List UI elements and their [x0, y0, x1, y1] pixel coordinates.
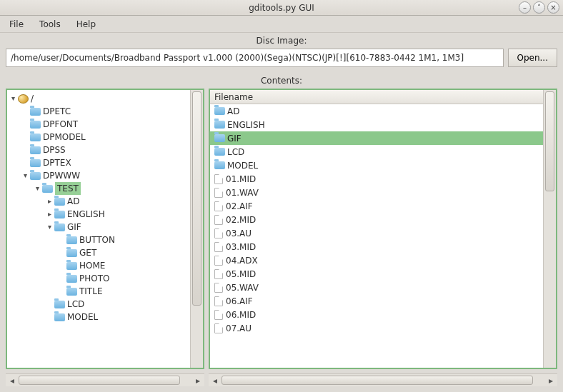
minimize-button[interactable]: –: [519, 1, 531, 14]
window-title: gditools.py GUI: [249, 3, 314, 13]
file-name-label: 03.MID: [226, 242, 256, 252]
tree-item-label: PHOTO: [79, 272, 109, 285]
maximize-button[interactable]: ˄: [533, 1, 545, 14]
disc-icon: [18, 94, 29, 104]
contents-label: Contents:: [0, 73, 563, 89]
folder-icon: [30, 121, 41, 129]
disc-image-input[interactable]: [6, 49, 504, 67]
tree-item[interactable]: LCD: [9, 298, 189, 311]
folder-icon: [54, 301, 65, 308]
tree-item[interactable]: DPSS: [9, 144, 189, 156]
tree-item-label: /: [31, 92, 34, 105]
file-name-label: ENGLISH: [227, 120, 265, 130]
file-row[interactable]: 04.ADX: [210, 253, 543, 267]
folder-icon: [66, 288, 77, 296]
file-icon: [214, 323, 223, 333]
tree-root[interactable]: ▾/: [9, 92, 189, 105]
tree-item[interactable]: DPFONT: [9, 118, 189, 131]
file-name-label: LCD: [227, 147, 244, 157]
file-row[interactable]: 02.MID: [210, 213, 543, 226]
folder-icon: [66, 236, 77, 244]
directory-tree[interactable]: ▾/DPETCDPFONTDPMODELDPSSDPTEX▾DPWWW▾TEST…: [7, 90, 190, 326]
file-name-label: GIF: [227, 134, 241, 144]
menu-help[interactable]: Help: [69, 17, 103, 31]
tree-item-label: DPTEX: [43, 156, 71, 169]
titlebar: gditools.py GUI – ˄ ×: [0, 0, 563, 16]
tree-item-label: HOME: [79, 259, 105, 272]
chevron-right-icon[interactable]: ▸: [45, 208, 54, 221]
tree-item[interactable]: DPMODEL: [9, 131, 189, 144]
tree-vertical-scrollbar[interactable]: [190, 90, 203, 368]
folder-icon: [54, 223, 65, 231]
file-icon: [214, 188, 223, 198]
folder-icon: [42, 185, 53, 193]
file-row[interactable]: 07.AU: [210, 321, 543, 335]
tree-item[interactable]: HOME: [9, 259, 189, 272]
tree-item[interactable]: GET: [9, 246, 189, 259]
chevron-down-icon[interactable]: ▾: [21, 169, 30, 182]
scroll-right-icon[interactable]: ▸: [191, 374, 204, 387]
open-button[interactable]: Open...: [508, 49, 558, 67]
tree-item-label: DPWWW: [43, 169, 80, 182]
tree-item-label: MODEL: [67, 311, 98, 323]
folder-icon: [214, 121, 225, 129]
file-name-label: 02.AIF: [226, 201, 253, 211]
tree-item-label: TITLE: [79, 285, 102, 298]
tree-item[interactable]: DPTEX: [9, 156, 189, 169]
file-row[interactable]: LCD: [210, 145, 543, 159]
folder-icon: [66, 275, 77, 283]
tree-item[interactable]: PHOTO: [9, 272, 189, 285]
file-row[interactable]: 03.AU: [210, 226, 543, 240]
filelist-header-filename[interactable]: Filename: [210, 90, 543, 104]
tree-item[interactable]: ▾TEST: [9, 182, 189, 195]
file-name-label: 06.AIF: [226, 296, 253, 306]
file-icon: [214, 215, 223, 225]
file-row[interactable]: 03.MID: [210, 240, 543, 253]
tree-item-label: DPSS: [43, 144, 66, 156]
tree-item[interactable]: BUTTON: [9, 233, 189, 246]
file-row[interactable]: GIF: [210, 131, 543, 145]
app-window: gditools.py GUI – ˄ × File Tools Help Di…: [0, 0, 563, 392]
chevron-down-icon[interactable]: ▾: [45, 221, 54, 233]
folder-icon: [214, 134, 225, 142]
folder-icon: [214, 148, 225, 156]
folder-icon: [30, 146, 41, 154]
file-row[interactable]: 05.MID: [210, 267, 543, 281]
tree-item[interactable]: ▾DPWWW: [9, 169, 189, 182]
scroll-left-icon[interactable]: ◂: [6, 374, 19, 387]
filelist-vertical-scrollbar[interactable]: [543, 90, 556, 368]
file-row[interactable]: 01.WAV: [210, 186, 543, 199]
scroll-right-icon[interactable]: ▸: [544, 374, 557, 387]
file-row[interactable]: 05.WAV: [210, 281, 543, 294]
scroll-left-icon[interactable]: ◂: [209, 374, 221, 387]
tree-item[interactable]: ▸AD: [9, 195, 189, 208]
menu-tools[interactable]: Tools: [32, 17, 68, 31]
filelist-horizontal-scrollbar[interactable]: ◂ ▸: [209, 373, 557, 386]
tree-item[interactable]: MODEL: [9, 311, 189, 323]
menu-file[interactable]: File: [2, 17, 31, 31]
file-row[interactable]: ENGLISH: [210, 118, 543, 131]
file-name-label: 01.MID: [226, 174, 256, 184]
file-row[interactable]: 02.AIF: [210, 199, 543, 213]
file-list[interactable]: ADENGLISHGIFLCDMODEL01.MID01.WAV02.AIF02…: [210, 104, 543, 368]
file-row[interactable]: 06.MID: [210, 308, 543, 321]
tree-item[interactable]: TITLE: [9, 285, 189, 298]
file-row[interactable]: AD: [210, 104, 543, 118]
file-icon: [214, 242, 223, 252]
file-row[interactable]: MODEL: [210, 159, 543, 172]
tree-item[interactable]: ▸ENGLISH: [9, 208, 189, 221]
file-row[interactable]: 01.MID: [210, 172, 543, 186]
tree-horizontal-scrollbar[interactable]: ◂ ▸: [6, 373, 204, 386]
file-name-label: 05.WAV: [226, 283, 259, 293]
folder-icon: [30, 134, 41, 141]
chevron-right-icon[interactable]: ▸: [45, 195, 54, 208]
file-row[interactable]: 06.AIF: [210, 294, 543, 308]
tree-item[interactable]: ▾GIF: [9, 221, 189, 233]
file-name-label: 04.ADX: [226, 256, 258, 266]
file-name-label: 07.AU: [226, 323, 251, 333]
tree-item[interactable]: DPETC: [9, 105, 189, 118]
close-button[interactable]: ×: [547, 1, 559, 14]
chevron-down-icon[interactable]: ▾: [33, 182, 42, 195]
tree-item-label: TEST: [55, 182, 81, 195]
tree-item-label: DPFONT: [43, 118, 78, 131]
